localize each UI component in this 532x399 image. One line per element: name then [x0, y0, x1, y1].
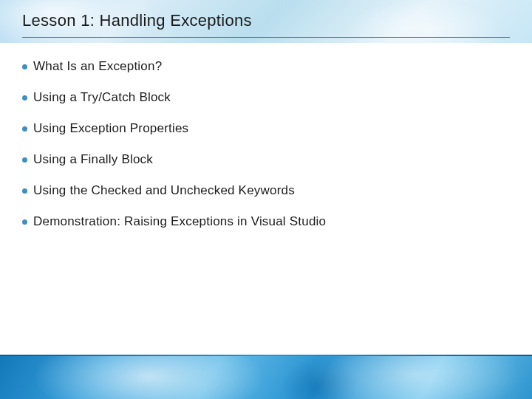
list-item: What Is an Exception?: [22, 59, 510, 74]
list-item: Using a Try/Catch Block: [22, 90, 510, 105]
list-item-text: Demonstration: Raising Exceptions in Vis…: [33, 214, 326, 229]
bullet-icon: [22, 188, 27, 194]
list-item-text: Using the Checked and Unchecked Keywords: [33, 183, 295, 198]
list-item: Using the Checked and Unchecked Keywords: [22, 183, 510, 198]
bullet-icon: [22, 95, 27, 100]
list-item: Demonstration: Raising Exceptions in Vis…: [22, 214, 510, 229]
list-item-text: What Is an Exception?: [33, 59, 162, 74]
bullet-icon: [22, 219, 27, 225]
list-item-text: Using a Finally Block: [33, 152, 153, 167]
list-item: Using a Finally Block: [22, 152, 510, 167]
bullet-icon: [22, 64, 27, 69]
content-list: What Is an Exception? Using a Try/Catch …: [22, 59, 510, 245]
bullet-icon: [22, 157, 27, 163]
slide: Lesson 1: Handling Exceptions What Is an…: [0, 0, 532, 399]
list-item: Using Exception Properties: [22, 121, 510, 136]
list-item-text: Using Exception Properties: [33, 121, 188, 136]
list-item-text: Using a Try/Catch Block: [33, 90, 171, 105]
bullet-icon: [22, 126, 27, 132]
footer-ribbon: [0, 355, 532, 399]
title-underline: [22, 37, 510, 38]
slide-title: Lesson 1: Handling Exceptions: [22, 11, 252, 30]
